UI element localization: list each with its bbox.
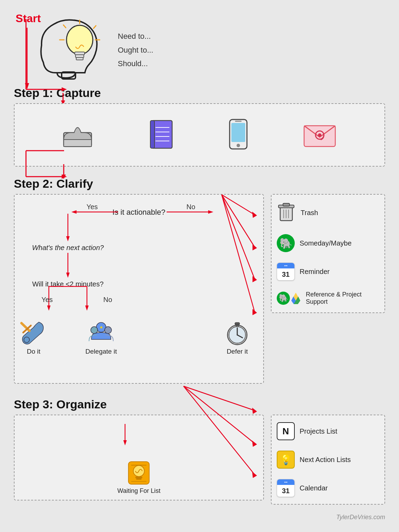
reminder-calendar-icon: ▪▪▪ 31 (277, 263, 295, 281)
next-action-item: 💡 Next Action Lists (277, 451, 379, 469)
footer-text: TylerDeVries.com (336, 514, 385, 521)
reference-icons: 🐘 (277, 292, 301, 305)
step3-section: Step 3: Organize (14, 398, 385, 507)
projects-list-label: Projects List (300, 427, 337, 435)
svg-marker-42 (66, 273, 70, 278)
start-section: Start (14, 10, 385, 81)
reference-item: 🐘 Reference & Project Support (277, 291, 379, 305)
waiting-for-item: Waiting For List (117, 460, 160, 495)
svg-rect-15 (64, 140, 91, 147)
start-label: Start (16, 12, 41, 25)
capture-box (14, 103, 385, 167)
svg-text:★: ★ (99, 325, 103, 330)
email-icon (302, 121, 337, 150)
svg-rect-5 (76, 55, 84, 57)
trash-icon (277, 202, 296, 224)
calendar-item: ▪▪▪ 31 Calendar (277, 479, 379, 497)
svg-line-10 (63, 25, 66, 28)
organize-left: Waiting For List (14, 415, 264, 507)
thoughts-text: Need to... Ought to... Should... (118, 29, 153, 71)
clarify-left-box: Is it actionable? Yes No What's th (14, 194, 264, 384)
projects-list-item: N Projects List (277, 422, 379, 440)
footer: TylerDeVries.com (14, 514, 385, 521)
svg-rect-83 (136, 478, 142, 480)
head-lightbulb-icon (35, 10, 111, 80)
svg-point-57 (105, 327, 112, 334)
svg-point-3 (66, 25, 93, 54)
notebook-icon (147, 119, 175, 151)
svg-text:What's the next action?: What's the next action? (32, 244, 104, 251)
bulb-icon: 💡 (277, 451, 295, 469)
svg-point-24 (237, 144, 240, 147)
organize-left-box: Waiting For List (14, 415, 264, 500)
svg-rect-23 (231, 123, 245, 142)
gdrive-icon (291, 292, 301, 305)
svg-text:Yes: Yes (42, 296, 53, 303)
svg-point-52 (24, 337, 29, 343)
step1-section: Step 1: Capture (14, 86, 385, 167)
defer-it-item: Defer it (218, 320, 256, 355)
svg-point-28 (318, 133, 321, 137)
svg-rect-16 (152, 121, 172, 148)
svg-rect-64 (235, 322, 240, 325)
notion-icon: N (277, 422, 295, 440)
reminder-item: ▪▪▪ 31 Reminder (277, 263, 379, 281)
svg-text:Is it actionable?: Is it actionable? (113, 208, 166, 216)
calendar-label: Calendar (300, 484, 328, 492)
clarify-right-panel: Trash 🐘 Someday/Maybe ▪▪▪ 31 Reminder (271, 194, 385, 391)
clarify-flow: Is it actionable? Yes No What's th (14, 194, 264, 391)
non-actionable-options: Trash 🐘 Someday/Maybe ▪▪▪ 31 Reminder (271, 194, 385, 313)
capture-icons (21, 111, 378, 159)
trash-item: Trash (277, 202, 379, 224)
do-it-item: Do it (15, 320, 53, 355)
delegate-it-item: ★ Delegate it (79, 320, 124, 355)
step3-heading: Step 3: Organize (14, 398, 385, 411)
svg-marker-50 (85, 305, 89, 311)
svg-marker-79 (123, 440, 127, 445)
page: Start (0, 0, 399, 532)
reference-label: Reference & Project Support (306, 291, 379, 305)
step2-heading: Step 2: Clarify (14, 177, 385, 190)
reminder-label: Reminder (300, 268, 330, 276)
calendar-icon: ▪▪▪ 31 (277, 479, 295, 497)
inbox-icon (62, 121, 93, 150)
svg-text:Yes: Yes (87, 203, 98, 211)
svg-line-8 (94, 26, 96, 28)
evernote-someday-icon: 🐘 (277, 234, 295, 252)
trash-label: Trash (301, 209, 318, 217)
step2-section: Step 2: Clarify Is it actionable? Yes (14, 177, 385, 391)
svg-text:No: No (103, 296, 112, 303)
phone-icon (228, 118, 249, 152)
svg-rect-71 (283, 203, 290, 206)
svg-marker-36 (208, 210, 213, 214)
organize-options: N Projects List 💡 Next Action Lists ▪▪▪ … (271, 415, 385, 505)
someday-item: 🐘 Someday/Maybe (277, 234, 379, 252)
someday-label: Someday/Maybe (300, 239, 352, 247)
svg-rect-4 (75, 52, 85, 55)
next-action-label: Next Action Lists (300, 456, 351, 464)
svg-rect-6 (76, 57, 83, 60)
svg-text:No: No (186, 203, 195, 211)
svg-point-56 (91, 327, 98, 334)
svg-marker-46 (47, 305, 51, 311)
svg-rect-82 (135, 477, 142, 478)
organize-right-panel: N Projects List 💡 Next Action Lists ▪▪▪ … (271, 415, 385, 507)
svg-marker-39 (66, 236, 70, 241)
step1-heading: Step 1: Capture (14, 86, 385, 100)
svg-marker-33 (71, 210, 77, 214)
svg-rect-17 (150, 121, 154, 148)
evernote-ref-icon: 🐘 (277, 292, 290, 305)
